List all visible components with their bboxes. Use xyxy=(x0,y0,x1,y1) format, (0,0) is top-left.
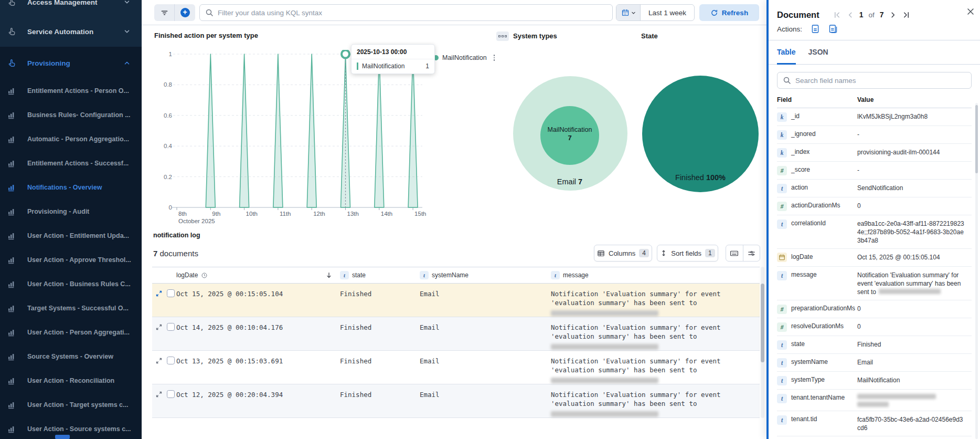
field-value-text: provisioning-audit-ilm-000144 xyxy=(857,149,940,156)
field-search-input[interactable] xyxy=(795,77,966,85)
sidebar-scrollbar[interactable] xyxy=(55,435,70,439)
tab-json[interactable]: JSON xyxy=(808,41,828,65)
sidebar-section-provisioning[interactable]: Provisioning xyxy=(0,50,142,76)
page-of-label: of xyxy=(868,11,874,19)
expand-row-icon[interactable] xyxy=(155,323,163,331)
cell-state: Finished xyxy=(340,384,420,399)
text-field-type-icon: t xyxy=(420,271,429,279)
sidebar-item-user-action-source-systems-c[interactable]: User Action - Source systems c... xyxy=(0,417,142,439)
expand-row-icon[interactable] xyxy=(155,357,163,364)
sidebar-item-user-action-approve-threshol[interactable]: User Action - Approve Threshol... xyxy=(0,248,142,272)
row-checkbox[interactable] xyxy=(167,390,175,398)
field-type-badge-wrap: t xyxy=(551,271,560,279)
sidebar-item-user-action-target-systems-c[interactable]: User Action - Target systems c... xyxy=(0,393,142,417)
last-page-icon[interactable] xyxy=(902,11,910,19)
field-row-tenant-tid: ttenant.tidfca5fb70-35bc-43e6-a2ad-02456… xyxy=(777,411,972,436)
keyboard-shortcuts-button[interactable] xyxy=(726,245,743,261)
filter-button-group: + xyxy=(154,4,195,21)
sidebar-item-business-rules-configuration[interactable]: Business Rules- Configuration ... xyxy=(0,103,142,127)
expand-row-icon[interactable] xyxy=(155,290,163,297)
sidebar-item-automatic-person-aggregatio[interactable]: Automatic - Person Aggregatio... xyxy=(0,127,142,151)
sidebar-item-user-action-business-rules-c[interactable]: User Action - Business Rules C... xyxy=(0,272,142,296)
field-name: preparationDurationMs xyxy=(791,304,857,314)
redacted-text xyxy=(551,344,658,350)
flyout-scrollbar-thumb[interactable] xyxy=(975,105,978,173)
sort-desc-icon[interactable] xyxy=(325,271,333,279)
table-row[interactable]: Oct 14, 2025 @ 00:10:04.176FinishedEmail… xyxy=(152,317,760,351)
line-chart-title: Finished action per system type xyxy=(154,32,258,39)
sidebar-item-target-systems-successful-o[interactable]: Target Systems - Successful O... xyxy=(0,296,142,320)
sidebar-section-access-management[interactable]: Access Management xyxy=(0,0,142,15)
field-name: correlationId xyxy=(791,219,857,245)
table-scrollbar-thumb[interactable] xyxy=(761,284,764,362)
redacted-text xyxy=(857,394,936,399)
text-field-type-icon: t xyxy=(551,271,560,279)
legend-menu-icon[interactable] xyxy=(494,55,495,61)
close-icon[interactable] xyxy=(966,7,975,16)
svg-text:0.4: 0.4 xyxy=(164,143,173,149)
column-header-logDate[interactable]: logDate xyxy=(176,271,340,279)
field-row-correlationId: tcorrelationIdea9ba1cc-2e0a-43ff-af11-88… xyxy=(777,215,972,249)
panel-options-icon[interactable] xyxy=(496,32,509,41)
time-range-button[interactable]: Last 1 week xyxy=(641,5,694,20)
column-header-state[interactable]: tstate xyxy=(340,271,420,279)
redacted-text xyxy=(551,378,658,383)
view-single-document-icon[interactable] xyxy=(811,24,820,34)
bar-chart-icon xyxy=(7,425,15,433)
next-page-icon[interactable] xyxy=(889,11,897,19)
text-field-type-icon: t xyxy=(777,376,787,385)
refresh-button[interactable]: Refresh xyxy=(699,4,759,21)
display-options-button[interactable] xyxy=(743,245,760,261)
columns-button[interactable]: Columns 4 xyxy=(594,245,652,262)
row-checkbox[interactable] xyxy=(167,289,175,297)
field-row-actionDurationMs: #actionDurationMs0 xyxy=(777,197,972,215)
bar-chart-icon xyxy=(7,305,15,312)
cell-state: Finished xyxy=(340,317,420,332)
documents-table: logDatetstatetsystemNametmessage Oct 15,… xyxy=(152,267,760,418)
field-value: 0 xyxy=(857,304,965,314)
row-checkbox[interactable] xyxy=(167,323,175,331)
sidebar-item-notifications-overview[interactable]: Notifications - Overview xyxy=(0,175,142,200)
table-row[interactable]: Oct 15, 2025 @ 00:15:05.104FinishedEmail… xyxy=(152,284,760,317)
bar-chart-icon xyxy=(7,401,15,409)
field-search-bar[interactable] xyxy=(777,72,972,89)
refresh-label: Refresh xyxy=(722,9,748,17)
svg-text:1: 1 xyxy=(169,51,172,57)
sort-fields-button[interactable]: Sort fields 1 xyxy=(657,245,718,262)
tab-table[interactable]: Table xyxy=(777,41,796,65)
field-row-systemType: tsystemTypeMailNotification xyxy=(777,372,972,390)
refresh-icon xyxy=(710,9,718,17)
sidebar-section-service-automation[interactable]: Service Automation xyxy=(0,19,142,44)
kql-search-input[interactable] xyxy=(218,9,607,17)
sidebar-item-user-action-entitlement-upda[interactable]: User Action - Entitlement Upda... xyxy=(0,224,142,248)
filter-menu-button[interactable] xyxy=(154,4,175,21)
svg-text:0.6: 0.6 xyxy=(164,112,172,119)
quick-select-date-button[interactable] xyxy=(616,5,641,20)
flyout-title: Document xyxy=(777,10,819,20)
sidebar-item-user-action-reconciliation[interactable]: User Action - Reconciliation xyxy=(0,369,142,393)
sidebar-item-entitlement-actions-successf[interactable]: Entitlement Actions - Successf... xyxy=(0,151,142,175)
chart-legend: MailNotification xyxy=(433,54,495,61)
row-checkbox[interactable] xyxy=(167,357,175,364)
legend-series-label[interactable]: MailNotification xyxy=(442,54,487,61)
field-row-tenant-tenantName: ttenant.tenantName xyxy=(777,390,972,411)
sidebar-item-provisioning-audit[interactable]: Provisioning - Audit xyxy=(0,200,142,224)
sidebar-item-source-systems-overview[interactable]: Source Systems - Overview xyxy=(0,344,142,369)
kql-search-bar[interactable] xyxy=(199,4,613,21)
field-name: _id xyxy=(791,112,857,122)
previous-page-icon[interactable] xyxy=(846,11,854,19)
view-surrounding-documents-icon[interactable] xyxy=(828,24,838,34)
field-value: fca5fb70-35bc-43e6-a2ad-02456e9d3cd6 xyxy=(857,415,965,432)
first-page-icon[interactable] xyxy=(833,11,841,19)
add-filter-button[interactable]: + xyxy=(175,4,195,21)
finished-actions-chart[interactable]: 10.80.60.40.208th9th10th11th12th13th14th… xyxy=(142,50,435,227)
table-row[interactable]: Oct 13, 2025 @ 00:15:03.691FinishedEmail… xyxy=(152,351,760,384)
table-row[interactable]: Oct 12, 2025 @ 00:20:04.394FinishedEmail… xyxy=(152,384,760,418)
column-header-systemName[interactable]: tsystemName xyxy=(420,271,551,279)
sidebar-item-label: Source Systems - Overview xyxy=(27,353,113,360)
sidebar-item-user-action-person-aggregati[interactable]: User Action - Person Aggregati... xyxy=(0,320,142,344)
sidebar-item-entitlement-actions-person-o[interactable]: Entitlement Actions - Person O... xyxy=(0,79,142,103)
expand-row-icon[interactable] xyxy=(155,391,163,398)
field-value-text: SendNotification xyxy=(857,184,903,192)
column-header-message[interactable]: tmessage xyxy=(551,271,760,279)
